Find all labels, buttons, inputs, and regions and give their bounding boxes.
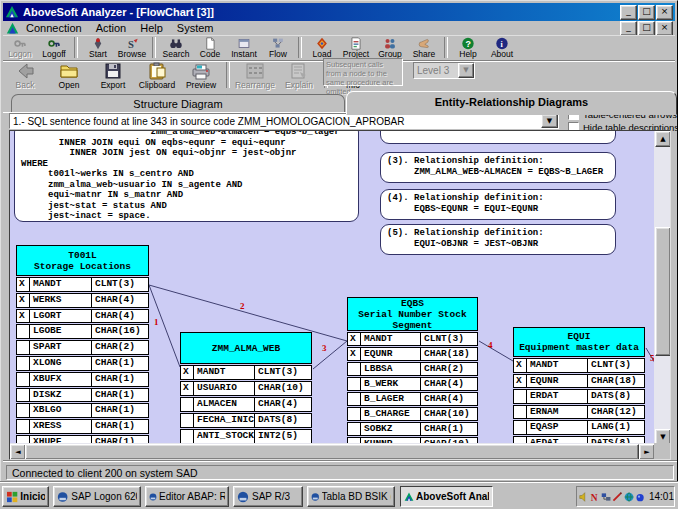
title-bar[interactable]: AboveSoft Analyzer - [FlowChart [3]] _ □…	[3, 3, 675, 21]
chevron-down-icon[interactable]: ▼	[541, 114, 558, 128]
app-window: AboveSoft Analyzer - [FlowChart [3]] _ □…	[0, 0, 678, 509]
share-button[interactable]: Share	[407, 36, 441, 61]
start-button[interactable]: Start	[81, 36, 115, 61]
table-header: T001LStorage Locations	[16, 245, 149, 276]
table-row: XMANDTCLNT(3)	[180, 365, 312, 380]
tab-structure-diagram[interactable]: Structure Diagram	[11, 94, 345, 113]
window-icon	[237, 36, 251, 50]
globe-icon[interactable]	[624, 491, 634, 503]
status-bar: Connected to client 200 on system SAD	[3, 460, 677, 483]
table-row: ERNAMCHAR(12)	[513, 405, 645, 420]
about-button[interactable]: iAbout	[485, 36, 519, 61]
maximize-icon[interactable]: □	[638, 5, 655, 20]
relationship-box-4: (4). Relationship definition: EQBS~EQUNR…	[380, 189, 616, 220]
sap-icon	[149, 491, 157, 503]
open-button[interactable]: Open	[47, 61, 91, 92]
explain-button: Explain	[277, 61, 321, 92]
child-minimize-icon[interactable]: _	[620, 21, 637, 36]
toolbar-separator	[74, 37, 78, 58]
abovesoft-logo-icon	[404, 491, 414, 503]
preview-button[interactable]: Preview	[179, 61, 223, 92]
volume-icon[interactable]	[579, 491, 589, 503]
table-row: B_CHARGECHAR(10)	[347, 407, 478, 421]
network-icon[interactable]	[601, 491, 611, 503]
table-row: XEQUNRCHAR(18)	[513, 374, 645, 389]
level-dropdown: Level 3 ▼	[413, 62, 475, 79]
instant-button[interactable]: Instant	[227, 36, 261, 61]
window-title: AboveSoft Analyzer - [FlowChart [3]]	[23, 6, 214, 18]
vertical-scrollbar[interactable]: ▲ ▼	[654, 131, 670, 443]
table-row: B_LAGERCHAR(4)	[347, 392, 478, 406]
menu-system[interactable]: System	[170, 22, 221, 34]
search-button[interactable]: Search	[159, 36, 193, 61]
browse-button[interactable]: SBrowse	[115, 36, 149, 61]
clipboard-button[interactable]: Clipboard	[135, 61, 179, 92]
sql-sentence-value: 1.- SQL sentence found at line 343 in so…	[10, 116, 541, 127]
table-row: XLGORTCHAR(4)	[16, 309, 149, 324]
entity-table-equi[interactable]: EQUIEquipment master dataXMANDTCLNT(3)XE…	[513, 327, 645, 451]
task-editor-abap[interactable]: Editor ABAP: Report...	[145, 486, 229, 507]
document-icon	[203, 36, 217, 50]
explain-doc-icon	[289, 61, 309, 81]
blue-ball-icon[interactable]	[635, 491, 645, 503]
sap-icon	[57, 491, 68, 503]
table-row: LBBSACHAR(2)	[347, 362, 478, 376]
table-row: ANTI_STOCKINT2(5)	[180, 429, 312, 444]
gem-icon	[315, 36, 329, 50]
sql-sentence-combobox[interactable]: 1.- SQL sentence found at line 343 in so…	[9, 113, 559, 129]
edge-label-3: 3	[322, 343, 327, 353]
scroll-right-icon[interactable]: ►	[639, 444, 655, 460]
table-row: XBUFXCHAR(1)	[16, 372, 149, 387]
close-icon[interactable]: ×	[656, 5, 673, 20]
scroll-up-icon[interactable]: ▲	[655, 131, 671, 147]
info-circle-icon: i	[495, 36, 509, 50]
entity-table-t001l[interactable]: T001LStorage LocationsXMANDTCLNT(3)XWERK…	[16, 245, 149, 460]
menu-connection[interactable]: Connection	[19, 22, 89, 34]
minimize-icon[interactable]: _	[620, 5, 637, 20]
horizontal-scrollbar[interactable]: ◄ ►	[10, 443, 654, 459]
table-header: EQUIEquipment master data	[513, 327, 645, 357]
scrollbar-corner	[654, 443, 670, 459]
child-restore-icon[interactable]: □	[638, 21, 655, 36]
chevron-down-icon: ▼	[458, 63, 474, 78]
entity-table-eqbs[interactable]: EQBSSerial Number StockSegmentXMANDTCLNT…	[347, 297, 478, 451]
er-diagram-canvas[interactable]: zmm_alma_web~almacen = eqbs~b_lager INNE…	[9, 130, 671, 460]
key-icon	[13, 36, 27, 50]
child-close-icon[interactable]: ×	[656, 21, 673, 36]
svg-text:S: S	[128, 38, 134, 49]
table-row: DISKZCHAR(1)	[16, 388, 149, 403]
table-row: ALMACENCHAR(4)	[180, 397, 312, 412]
menu-action[interactable]: Action	[89, 22, 134, 34]
horizontal-scroll-thumb[interactable]	[25, 444, 639, 460]
tab-er-diagrams[interactable]: Entity-Relationship Diagrams	[346, 91, 677, 115]
status-message: Connected to client 200 on system SAD	[6, 465, 674, 480]
menu-help[interactable]: Help	[133, 22, 170, 34]
sap-icon	[237, 491, 249, 503]
folder-icon	[59, 61, 79, 81]
task-abovesoft-analyzer[interactable]: AboveSoft Analy...	[400, 486, 493, 507]
svg-text:?: ?	[466, 38, 471, 48]
vertical-scroll-thumb[interactable]	[655, 227, 671, 356]
toolbar-separator	[444, 37, 448, 58]
logoff-button[interactable]: Logoff	[37, 36, 71, 61]
rearrange-button: Rearrange	[233, 61, 277, 92]
table-row: XEQUNRCHAR(18)	[347, 347, 478, 361]
start-menu-button[interactable]: Inicio	[2, 486, 49, 507]
n-tray-icon[interactable]: N	[590, 491, 600, 503]
scroll-left-icon[interactable]: ◄	[10, 444, 26, 460]
flow-button[interactable]: Flow	[261, 36, 295, 61]
table-row: SPARTCHAR(2)	[16, 340, 149, 355]
menu-bar: Connection Action Help System _ □ ×	[3, 21, 675, 35]
task-sap-logon[interactable]: SAP Logon 620	[53, 486, 141, 507]
entity-table-zmm-alma-web[interactable]: ZMM_ALMA_WEB XMANDTCLNT(3)XUSUARIOCHAR(1…	[180, 332, 312, 460]
task-tabla-bd-bsik[interactable]: Tabla BD BSIK (263...	[307, 486, 395, 507]
edge-label-1: 1	[154, 317, 159, 327]
table-row: LGOBECHAR(16)	[16, 324, 149, 339]
task-sap-r3[interactable]: SAP R/3	[233, 486, 303, 507]
help-button[interactable]: ?Help	[451, 36, 485, 61]
pencil-tray-icon[interactable]	[612, 491, 622, 503]
code-button[interactable]: Code	[193, 36, 227, 61]
document-logo-icon	[6, 22, 19, 35]
clipboard-icon	[147, 61, 167, 81]
export-button[interactable]: Export	[91, 61, 135, 92]
